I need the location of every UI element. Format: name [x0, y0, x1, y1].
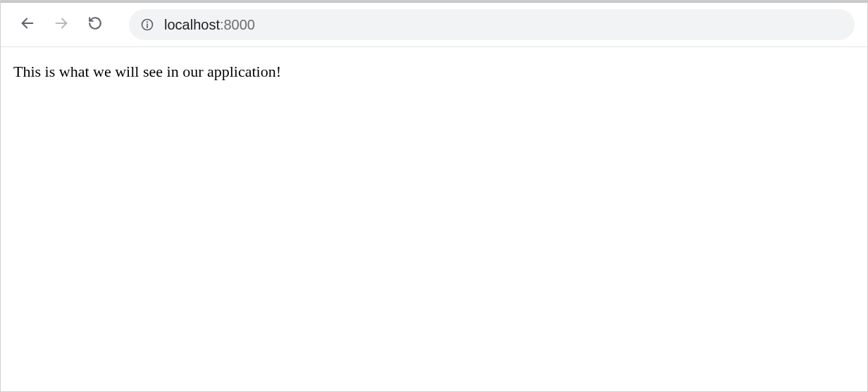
url-host: localhost: [164, 17, 220, 32]
url-port: :8000: [220, 17, 255, 32]
page-body-text: This is what we will see in our applicat…: [13, 63, 855, 81]
arrow-right-icon: [54, 15, 69, 34]
reload-button[interactable]: [81, 11, 109, 39]
arrow-left-icon: [20, 15, 35, 34]
reload-icon: [87, 15, 103, 34]
forward-button[interactable]: [47, 11, 75, 39]
browser-toolbar: localhost:8000: [1, 1, 867, 47]
url-text: localhost:8000: [164, 17, 255, 33]
page-content: This is what we will see in our applicat…: [1, 47, 867, 96]
info-icon[interactable]: [140, 18, 154, 32]
svg-point-4: [147, 21, 148, 23]
address-bar[interactable]: localhost:8000: [129, 9, 855, 40]
back-button[interactable]: [13, 11, 42, 39]
